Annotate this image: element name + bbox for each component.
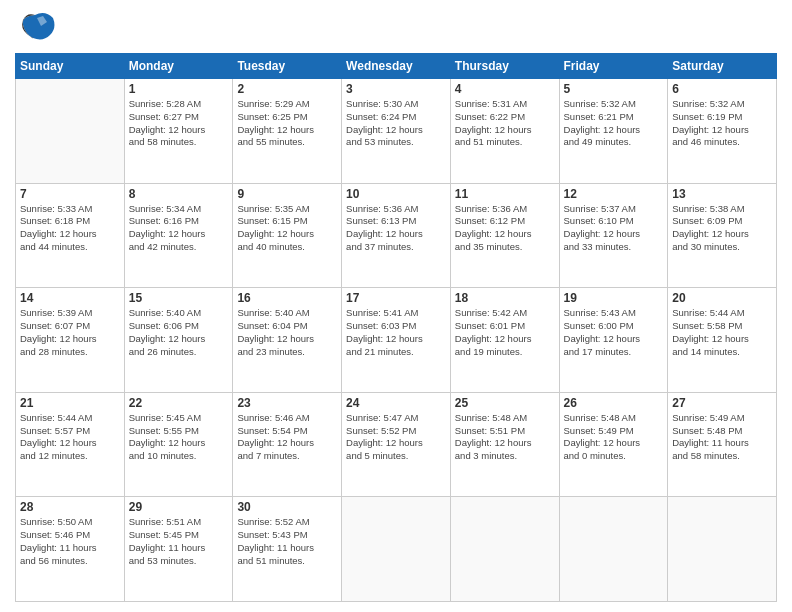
calendar-week-2: 14Sunrise: 5:39 AM Sunset: 6:07 PM Dayli… <box>16 288 777 393</box>
day-info: Sunrise: 5:47 AM Sunset: 5:52 PM Dayligh… <box>346 412 446 463</box>
day-number: 14 <box>20 291 120 305</box>
day-info: Sunrise: 5:40 AM Sunset: 6:04 PM Dayligh… <box>237 307 337 358</box>
day-number: 26 <box>564 396 664 410</box>
day-number: 29 <box>129 500 229 514</box>
calendar-header-monday: Monday <box>124 54 233 79</box>
day-number: 5 <box>564 82 664 96</box>
day-info: Sunrise: 5:31 AM Sunset: 6:22 PM Dayligh… <box>455 98 555 149</box>
day-info: Sunrise: 5:51 AM Sunset: 5:45 PM Dayligh… <box>129 516 229 567</box>
day-number: 11 <box>455 187 555 201</box>
day-info: Sunrise: 5:39 AM Sunset: 6:07 PM Dayligh… <box>20 307 120 358</box>
calendar-cell: 11Sunrise: 5:36 AM Sunset: 6:12 PM Dayli… <box>450 183 559 288</box>
day-info: Sunrise: 5:32 AM Sunset: 6:21 PM Dayligh… <box>564 98 664 149</box>
day-info: Sunrise: 5:48 AM Sunset: 5:49 PM Dayligh… <box>564 412 664 463</box>
day-number: 4 <box>455 82 555 96</box>
day-number: 1 <box>129 82 229 96</box>
day-number: 10 <box>346 187 446 201</box>
day-number: 6 <box>672 82 772 96</box>
calendar-cell: 8Sunrise: 5:34 AM Sunset: 6:16 PM Daylig… <box>124 183 233 288</box>
day-number: 28 <box>20 500 120 514</box>
day-number: 16 <box>237 291 337 305</box>
calendar-cell: 25Sunrise: 5:48 AM Sunset: 5:51 PM Dayli… <box>450 392 559 497</box>
calendar-cell: 17Sunrise: 5:41 AM Sunset: 6:03 PM Dayli… <box>342 288 451 393</box>
calendar-cell: 23Sunrise: 5:46 AM Sunset: 5:54 PM Dayli… <box>233 392 342 497</box>
day-number: 24 <box>346 396 446 410</box>
calendar-cell: 27Sunrise: 5:49 AM Sunset: 5:48 PM Dayli… <box>668 392 777 497</box>
calendar-cell: 30Sunrise: 5:52 AM Sunset: 5:43 PM Dayli… <box>233 497 342 602</box>
day-info: Sunrise: 5:41 AM Sunset: 6:03 PM Dayligh… <box>346 307 446 358</box>
day-number: 20 <box>672 291 772 305</box>
calendar-header-wednesday: Wednesday <box>342 54 451 79</box>
day-info: Sunrise: 5:28 AM Sunset: 6:27 PM Dayligh… <box>129 98 229 149</box>
day-number: 17 <box>346 291 446 305</box>
day-info: Sunrise: 5:38 AM Sunset: 6:09 PM Dayligh… <box>672 203 772 254</box>
calendar-cell: 29Sunrise: 5:51 AM Sunset: 5:45 PM Dayli… <box>124 497 233 602</box>
calendar-cell: 16Sunrise: 5:40 AM Sunset: 6:04 PM Dayli… <box>233 288 342 393</box>
calendar-cell: 19Sunrise: 5:43 AM Sunset: 6:00 PM Dayli… <box>559 288 668 393</box>
calendar-cell: 14Sunrise: 5:39 AM Sunset: 6:07 PM Dayli… <box>16 288 125 393</box>
calendar-header-thursday: Thursday <box>450 54 559 79</box>
calendar-cell <box>450 497 559 602</box>
day-number: 12 <box>564 187 664 201</box>
day-info: Sunrise: 5:50 AM Sunset: 5:46 PM Dayligh… <box>20 516 120 567</box>
calendar-header-saturday: Saturday <box>668 54 777 79</box>
day-number: 7 <box>20 187 120 201</box>
day-number: 3 <box>346 82 446 96</box>
day-info: Sunrise: 5:43 AM Sunset: 6:00 PM Dayligh… <box>564 307 664 358</box>
calendar-week-4: 28Sunrise: 5:50 AM Sunset: 5:46 PM Dayli… <box>16 497 777 602</box>
day-number: 27 <box>672 396 772 410</box>
calendar-cell: 9Sunrise: 5:35 AM Sunset: 6:15 PM Daylig… <box>233 183 342 288</box>
calendar-cell: 2Sunrise: 5:29 AM Sunset: 6:25 PM Daylig… <box>233 79 342 184</box>
calendar-cell: 15Sunrise: 5:40 AM Sunset: 6:06 PM Dayli… <box>124 288 233 393</box>
calendar-cell: 10Sunrise: 5:36 AM Sunset: 6:13 PM Dayli… <box>342 183 451 288</box>
day-number: 2 <box>237 82 337 96</box>
header <box>15 10 777 45</box>
day-info: Sunrise: 5:36 AM Sunset: 6:12 PM Dayligh… <box>455 203 555 254</box>
day-number: 15 <box>129 291 229 305</box>
calendar-header-friday: Friday <box>559 54 668 79</box>
day-number: 23 <box>237 396 337 410</box>
day-number: 25 <box>455 396 555 410</box>
calendar-week-1: 7Sunrise: 5:33 AM Sunset: 6:18 PM Daylig… <box>16 183 777 288</box>
calendar-cell: 4Sunrise: 5:31 AM Sunset: 6:22 PM Daylig… <box>450 79 559 184</box>
day-info: Sunrise: 5:35 AM Sunset: 6:15 PM Dayligh… <box>237 203 337 254</box>
day-number: 13 <box>672 187 772 201</box>
calendar-cell: 1Sunrise: 5:28 AM Sunset: 6:27 PM Daylig… <box>124 79 233 184</box>
calendar-week-0: 1Sunrise: 5:28 AM Sunset: 6:27 PM Daylig… <box>16 79 777 184</box>
calendar-cell: 18Sunrise: 5:42 AM Sunset: 6:01 PM Dayli… <box>450 288 559 393</box>
calendar-cell: 21Sunrise: 5:44 AM Sunset: 5:57 PM Dayli… <box>16 392 125 497</box>
calendar-cell <box>668 497 777 602</box>
day-number: 22 <box>129 396 229 410</box>
day-info: Sunrise: 5:44 AM Sunset: 5:58 PM Dayligh… <box>672 307 772 358</box>
day-number: 9 <box>237 187 337 201</box>
day-info: Sunrise: 5:40 AM Sunset: 6:06 PM Dayligh… <box>129 307 229 358</box>
calendar-header-sunday: Sunday <box>16 54 125 79</box>
calendar-cell: 12Sunrise: 5:37 AM Sunset: 6:10 PM Dayli… <box>559 183 668 288</box>
day-info: Sunrise: 5:36 AM Sunset: 6:13 PM Dayligh… <box>346 203 446 254</box>
calendar-cell: 28Sunrise: 5:50 AM Sunset: 5:46 PM Dayli… <box>16 497 125 602</box>
day-number: 18 <box>455 291 555 305</box>
calendar-cell <box>16 79 125 184</box>
calendar-cell: 3Sunrise: 5:30 AM Sunset: 6:24 PM Daylig… <box>342 79 451 184</box>
day-info: Sunrise: 5:32 AM Sunset: 6:19 PM Dayligh… <box>672 98 772 149</box>
day-info: Sunrise: 5:34 AM Sunset: 6:16 PM Dayligh… <box>129 203 229 254</box>
day-info: Sunrise: 5:30 AM Sunset: 6:24 PM Dayligh… <box>346 98 446 149</box>
day-info: Sunrise: 5:33 AM Sunset: 6:18 PM Dayligh… <box>20 203 120 254</box>
day-number: 21 <box>20 396 120 410</box>
page: SundayMondayTuesdayWednesdayThursdayFrid… <box>0 0 792 612</box>
logo-icon <box>15 10 55 45</box>
calendar-cell: 5Sunrise: 5:32 AM Sunset: 6:21 PM Daylig… <box>559 79 668 184</box>
day-info: Sunrise: 5:44 AM Sunset: 5:57 PM Dayligh… <box>20 412 120 463</box>
day-info: Sunrise: 5:48 AM Sunset: 5:51 PM Dayligh… <box>455 412 555 463</box>
calendar-header-row: SundayMondayTuesdayWednesdayThursdayFrid… <box>16 54 777 79</box>
calendar-table: SundayMondayTuesdayWednesdayThursdayFrid… <box>15 53 777 602</box>
day-info: Sunrise: 5:42 AM Sunset: 6:01 PM Dayligh… <box>455 307 555 358</box>
calendar-cell: 6Sunrise: 5:32 AM Sunset: 6:19 PM Daylig… <box>668 79 777 184</box>
day-info: Sunrise: 5:45 AM Sunset: 5:55 PM Dayligh… <box>129 412 229 463</box>
calendar-cell: 13Sunrise: 5:38 AM Sunset: 6:09 PM Dayli… <box>668 183 777 288</box>
day-number: 19 <box>564 291 664 305</box>
logo <box>15 10 57 45</box>
calendar-header-tuesday: Tuesday <box>233 54 342 79</box>
day-info: Sunrise: 5:46 AM Sunset: 5:54 PM Dayligh… <box>237 412 337 463</box>
calendar-cell: 26Sunrise: 5:48 AM Sunset: 5:49 PM Dayli… <box>559 392 668 497</box>
